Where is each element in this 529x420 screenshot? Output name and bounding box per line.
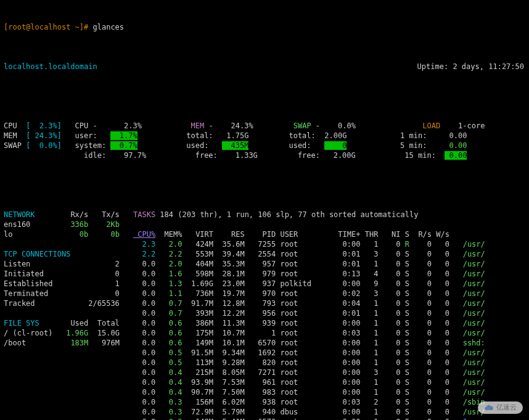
right-column: TASKS 184 (203 thr), 1 run, 106 slp, 77 …	[133, 210, 525, 420]
iface-row: lo 0b 0b	[4, 229, 133, 239]
uptime: Uptime: 2 days, 11:27:50	[417, 62, 524, 72]
fs-row: / (cl-root) 1.96G 15.0G	[4, 328, 133, 338]
proc-row: 0.0 0.5 91.5M 9.34M 1692 root 0:00 1 0 S…	[133, 348, 525, 358]
proc-row: 0.0 0.4 90.7M 7.50M 983 root 0:00 1 0 S …	[133, 387, 525, 397]
proc-row: 0.0 0.7 91.7M 12.8M 793 root 0:04 1 0 S …	[133, 299, 525, 308]
main-columns: NETWORK Rx/s Tx/sens160 336b 2Kblo 0b 0b…	[4, 210, 525, 420]
tcp-row: Established 1	[4, 279, 133, 289]
stats-header: CPU [ 2.3%] CPU - 2.3% MEM - 24.3% SWAP …	[4, 121, 525, 160]
fs-row: /boot 183M 976M	[4, 338, 133, 348]
tcp-row: Tracked 2/65536	[4, 299, 133, 308]
cloud-icon	[484, 403, 494, 413]
proc-row: 2.3 2.0 424M 35.6M 7255 root 0:00 1 0 R …	[133, 239, 525, 249]
proc-row: 0.0 1.6 598M 28.1M 979 root 0:13 4 0 S 0…	[133, 269, 525, 279]
prompt-line: [root@localhost ~]# glances	[4, 22, 525, 32]
command: glances	[93, 23, 125, 31]
tcp-row: Listen 2	[4, 259, 133, 269]
tcp-row: Terminated 0	[4, 289, 133, 299]
proc-row: 0.0 0.5 113M 9.28M 820 root 0:00 1 0 S 0…	[133, 358, 525, 368]
proc-row: 0.0 1.1 736M 19.7M 970 root 0:02 3 0 S 0…	[133, 289, 525, 299]
proc-row: 2.2 2.2 553M 39.4M 2554 root 0:01 3 0 S …	[133, 249, 525, 259]
proc-row: 0.0 0.4 93.9M 7.53M 961 root 0:00 1 0 S …	[133, 377, 525, 387]
proc-row: 0.0 0.3 156M 6.02M 938 root 0:03 2 0 S 0…	[133, 397, 525, 407]
proc-row: 0.0 0.3 149M 5.41M 6572 root 0:00 1 0 S …	[133, 417, 525, 420]
watermark: 亿速云	[478, 401, 523, 414]
proc-row: 0.0 0.6 175M 10.7M 1 root 0:03 1 0 S 0 0…	[133, 328, 525, 338]
proc-row: 0.0 0.6 386M 11.3M 939 root 0:00 1 0 S 0…	[133, 318, 525, 328]
proc-row: 0.0 0.3 72.9M 5.79M 940 dbus 0:00 1 0 S …	[133, 407, 525, 417]
terminal-screen[interactable]: [root@localhost ~]# glances localhost.lo…	[0, 0, 529, 420]
prompt: [root@localhost ~]#	[4, 23, 93, 31]
iface-row: ens160 336b 2Kb	[4, 220, 133, 229]
tcp-row: Initiated 0	[4, 269, 133, 279]
proc-row: 0.0 1.3 1.69G 23.0M 937 polkitd 0:00 9 0…	[133, 279, 525, 289]
left-column: NETWORK Rx/s Tx/sens160 336b 2Kblo 0b 0b…	[4, 210, 133, 420]
hostname: localhost.localdomain	[4, 62, 97, 72]
proc-row: 0.0 2.0 404M 35.3M 957 root 0:01 1 0 S 0…	[133, 259, 525, 269]
proc-header: CPU% MEM% VIRT RES PID USER TIME+ THR NI…	[133, 229, 525, 239]
proc-row: 0.0 0.7 393M 12.2M 956 root 0:01 1 0 S 0…	[133, 308, 525, 318]
proc-row: 0.0 0.6 149M 10.1M 6570 root 0:00 1 0 S …	[133, 338, 525, 348]
proc-row: 0.0 0.4 215M 8.05M 7271 root 0:00 3 0 S …	[133, 368, 525, 377]
